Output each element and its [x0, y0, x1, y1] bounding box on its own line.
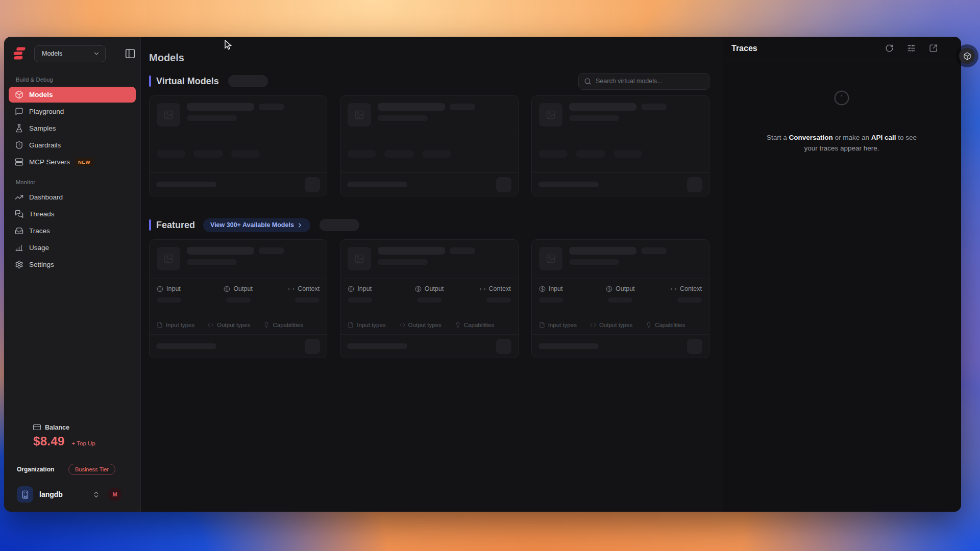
- info-spinner-icon: [834, 90, 850, 106]
- stat-label: Output: [233, 285, 253, 292]
- sidebar-item-threads[interactable]: Threads: [9, 206, 136, 222]
- skeleton-bar: [259, 247, 284, 254]
- sidebar-item-label: Dashboard: [29, 193, 63, 201]
- shield-alert-icon: [15, 141, 23, 149]
- image-placeholder-icon: [354, 110, 364, 120]
- open-external-icon[interactable]: [929, 44, 938, 53]
- virtual-models-grid: [149, 95, 709, 196]
- stat-context: Context: [456, 285, 510, 303]
- skeleton-bar: [569, 247, 636, 255]
- stats-row: Input Output Context: [157, 285, 320, 303]
- virtual-models-search[interactable]: [578, 73, 709, 90]
- skeleton-chip: [539, 150, 568, 158]
- skeleton-chip: [614, 150, 642, 158]
- image-placeholder-icon: [163, 110, 174, 120]
- traces-header: Traces: [722, 37, 961, 60]
- nav-section-label: Build & Debug: [9, 77, 136, 83]
- sidebar-item-mcp-servers[interactable]: MCP Servers NEW: [9, 154, 136, 170]
- filter-sliders-icon[interactable]: [907, 44, 916, 53]
- traces-panel: Traces Start a Conversation or make an A…: [722, 37, 961, 512]
- app-window: Models Build & Debug Models Playground: [4, 37, 961, 512]
- package-float-button[interactable]: [959, 48, 975, 64]
- tag-capabilities: Capabilities: [455, 322, 494, 328]
- sidebar-item-usage[interactable]: Usage: [9, 240, 136, 256]
- virtual-model-card-skeleton[interactable]: [531, 95, 709, 196]
- stat-label: Input: [357, 285, 372, 292]
- card-footer: [150, 335, 327, 358]
- section-accent-bar: [149, 219, 151, 231]
- card-header: [150, 96, 327, 135]
- user-avatar[interactable]: M: [108, 488, 121, 501]
- stat-label: Context: [680, 285, 702, 292]
- sidebar-item-traces[interactable]: Traces: [9, 223, 136, 239]
- tag-capabilities: Capabilities: [263, 322, 303, 328]
- skeleton-chip: [193, 150, 223, 158]
- main-content: Models Virtual Models: [141, 37, 722, 512]
- stats-row: Input Output Context: [348, 285, 510, 303]
- card-title-lines: [569, 247, 702, 271]
- skeleton-bar: [156, 343, 216, 349]
- organization-tile[interactable]: [17, 486, 33, 503]
- tag-input-types: Input types: [539, 322, 577, 328]
- featured-model-card-skeleton[interactable]: Input Output Context: [340, 239, 518, 358]
- card-footer: [532, 335, 709, 358]
- refresh-icon[interactable]: [885, 44, 894, 53]
- sidebar-item-dashboard[interactable]: Dashboard: [9, 189, 136, 205]
- top-up-button[interactable]: + Top Up: [72, 440, 95, 446]
- sidebar-item-label: MCP Servers: [29, 158, 70, 166]
- section-title: Featured: [156, 220, 195, 231]
- sidebar-item-label: Playground: [29, 108, 64, 115]
- project-selector[interactable]: Models: [34, 45, 106, 62]
- skeleton-chip: [422, 150, 451, 158]
- virtual-model-card-skeleton[interactable]: [340, 95, 518, 196]
- empty-text-part: Start a: [767, 134, 789, 141]
- featured-model-card-skeleton[interactable]: Input Output Context: [149, 239, 327, 358]
- sidebar-item-label: Usage: [29, 244, 49, 252]
- skeleton-bar: [608, 297, 632, 303]
- card-stats-skeleton: [532, 135, 709, 173]
- sidebar-item-settings[interactable]: Settings: [9, 257, 136, 272]
- tag-output-types: Output types: [399, 322, 442, 328]
- chevrons-up-down-icon[interactable]: [92, 491, 100, 498]
- view-all-models-button[interactable]: View 300+ Available Models: [203, 218, 310, 232]
- sidebar-item-models[interactable]: Models: [9, 87, 136, 103]
- sidebar-item-playground[interactable]: Playground: [9, 104, 136, 119]
- dollar-circle-icon: [415, 286, 422, 292]
- sidebar-item-label: Threads: [29, 210, 55, 218]
- organization-label: Organization: [17, 466, 54, 473]
- search-input[interactable]: [596, 78, 704, 85]
- server-icon: [15, 158, 23, 166]
- sidebar-toggle-icon[interactable]: [125, 48, 136, 59]
- tier-badge[interactable]: Business Tier: [68, 464, 115, 475]
- card-stats: Input Output Context: [150, 279, 327, 335]
- skeleton-bar: [226, 297, 251, 303]
- skeleton-bar: [569, 115, 619, 121]
- virtual-model-card-skeleton[interactable]: [149, 95, 327, 196]
- featured-model-card-skeleton[interactable]: Input Output Context: [531, 239, 709, 358]
- card-stats-skeleton: [340, 135, 518, 173]
- model-avatar-skeleton: [539, 103, 562, 127]
- balance-amount: $8.49: [33, 434, 65, 448]
- file-icon: [539, 322, 545, 328]
- tags-row: Input types Output types Capabilities: [539, 322, 702, 329]
- sidebar-header: Models: [9, 44, 136, 63]
- featured-header: Featured View 300+ Available Models: [149, 216, 709, 234]
- skeleton-chip: [384, 150, 414, 158]
- trending-up-icon: [15, 193, 23, 202]
- sidebar: Models Build & Debug Models Playground: [4, 37, 141, 512]
- card-header: [340, 96, 518, 135]
- account-row[interactable]: langdb M: [9, 486, 136, 503]
- tag-output-types: Output types: [590, 322, 632, 328]
- package-cube-icon: [963, 52, 971, 60]
- sidebar-item-samples[interactable]: Samples: [9, 120, 136, 136]
- stat-input: Input: [539, 285, 593, 303]
- empty-text-bold: API call: [871, 134, 896, 141]
- lightbulb-icon: [646, 322, 652, 328]
- sidebar-item-guardrails[interactable]: Guardrails: [9, 137, 136, 153]
- stat-label: Output: [616, 285, 635, 292]
- traces-empty-state: Start a Conversation or make an API call…: [722, 60, 961, 154]
- account-name: langdb: [39, 490, 63, 498]
- skeleton-bar: [641, 104, 667, 110]
- tag-label: Capabilities: [655, 322, 685, 328]
- skeleton-chip: [231, 150, 260, 158]
